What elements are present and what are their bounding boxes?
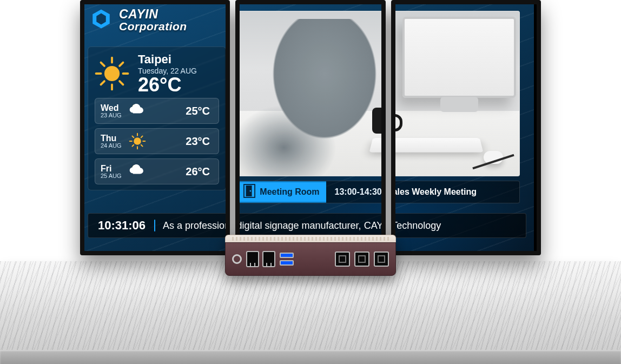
meeting-time: 13:00-14:30 (335, 187, 382, 197)
signage-player-device (225, 235, 396, 276)
forecast-day-temp: 25°C (186, 105, 210, 117)
meeting-bar: Meeting Room 13:00-14:30 Sales Weekly Me… (391, 181, 520, 203)
hdmi-port-3 (335, 252, 350, 267)
svg-line-19 (132, 145, 134, 147)
meeting-title: Sales Weekly Meeting (391, 187, 477, 197)
brand-line2: Corporation (119, 21, 187, 32)
photo-person (237, 19, 385, 176)
display-panel-1: CAYIN Corporation Taipei Tuesday, 22 AUG… (80, 0, 230, 255)
sun-icon (128, 132, 147, 150)
table-surface (0, 261, 621, 364)
ticker-text: As a professional digital signage manufa… (391, 220, 441, 231)
media-zone (391, 11, 520, 176)
forecast-list: Wed23 AUG 25°CThu24 AUG 23°CFri25 AUG 26… (95, 98, 219, 184)
meeting-room-label: Meeting Room (260, 187, 319, 197)
display-panel-3: CAYIN Corporation Taipei Tuesday, 22 AUG… (391, 0, 541, 255)
forecast-day-date: 23 AUG (101, 112, 122, 118)
forecast-day-temp: 23°C (186, 135, 210, 148)
svg-line-18 (141, 136, 142, 137)
forecast-row: Fri25 AUG 26°C (95, 158, 219, 184)
partly-cloudy-icon (128, 162, 147, 181)
photo-monitor (402, 17, 516, 98)
usb-port (280, 260, 294, 266)
meeting-room-chip: Meeting Room (238, 181, 326, 203)
svg-line-7 (120, 81, 123, 84)
door-icon (243, 184, 255, 200)
forecast-row: Thu24 AUG 23°C (95, 128, 219, 154)
photo-keyboard (391, 138, 483, 152)
forecast-row: Wed23 AUG 25°C (95, 98, 219, 124)
lan-port-2 (262, 251, 275, 267)
svg-line-9 (101, 81, 104, 84)
brand-logo-icon (90, 8, 113, 32)
hdmi-port-2 (354, 252, 369, 267)
weather-city: Taipei (138, 52, 197, 67)
forecast-day-date: 24 AUG (101, 142, 122, 149)
ticker-bar: 10:31:06 As a professional digital signa… (391, 213, 526, 238)
svg-line-16 (132, 136, 134, 137)
weather-card: Taipei Tuesday, 22 AUG 26°C Wed23 AUG 25… (88, 47, 226, 190)
video-wall: CAYIN Corporation Taipei Tuesday, 22 AUG… (80, 0, 541, 255)
ticker-bar: 10:31:06 As a professional digital signa… (88, 213, 230, 238)
hdmi-port-1 (374, 252, 389, 267)
ticker-text: As a professional digital signage manufa… (235, 220, 385, 231)
svg-point-20 (134, 137, 141, 145)
sun-icon (95, 56, 129, 91)
ticker-clock: 10:31:06 (88, 219, 154, 233)
brand-block: CAYIN Corporation (90, 8, 187, 32)
brand-line1: CAYIN (119, 7, 158, 21)
usb-port (280, 253, 294, 258)
weather-temp: 26°C (138, 75, 197, 95)
dc-in-port (232, 254, 242, 264)
svg-line-6 (101, 63, 104, 66)
display-panel-2: CAYIN Corporation Taipei Tuesday, 22 AUG… (235, 0, 385, 255)
meeting-bar: Meeting Room 13:00-14:30 Sales Weekly Me… (237, 181, 385, 203)
forecast-day-date: 25 AUG (101, 173, 122, 179)
svg-line-8 (120, 63, 123, 66)
media-zone (237, 11, 385, 176)
svg-point-10 (104, 66, 120, 81)
photo-mug (391, 108, 395, 134)
forecast-day-temp: 26°C (186, 166, 210, 178)
partly-cloudy-icon (128, 102, 147, 120)
svg-line-17 (141, 145, 142, 147)
lan-port-1 (246, 251, 259, 267)
svg-point-49 (250, 190, 252, 192)
